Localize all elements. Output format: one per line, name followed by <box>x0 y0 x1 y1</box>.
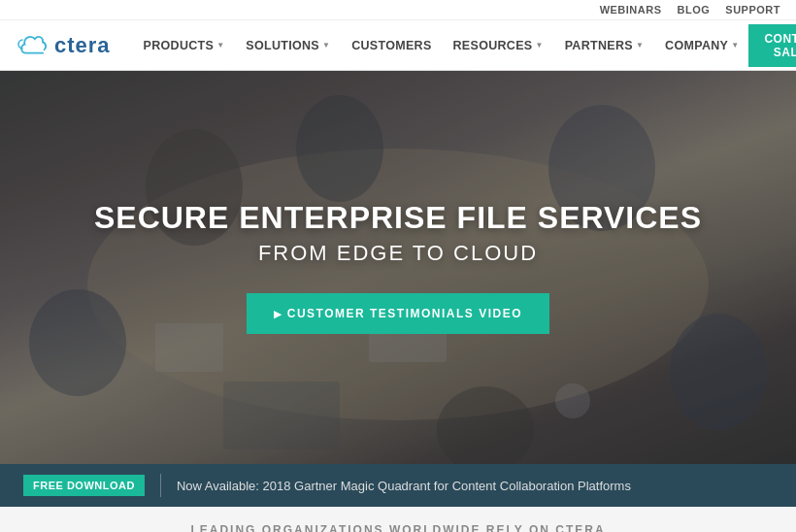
nav-item-company[interactable]: COMPANY▼ <box>655 20 748 71</box>
chevron-down-icon: ▼ <box>535 41 543 50</box>
nav-links: PRODUCTS▼ SOLUTIONS▼ CUSTOMERS RESOURCES… <box>134 20 749 71</box>
banner-badge: FREE DOWNLOAD <box>23 475 145 496</box>
nav-item-resources[interactable]: RESOURCES▼ <box>444 20 553 71</box>
banner-text: Now Available: 2018 Gartner Magic Quadra… <box>177 479 631 493</box>
chevron-down-icon: ▼ <box>322 41 330 50</box>
support-link[interactable]: SUPPORT <box>725 4 780 16</box>
cta-button[interactable]: CUSTOMER TESTIMONIALS VIDEO <box>247 293 549 334</box>
hero-content: SECURE ENTERPRISE FILE SERVICES FROM EDG… <box>94 201 702 334</box>
banner: FREE DOWNLOAD Now Available: 2018 Gartne… <box>0 464 796 507</box>
main-nav: ctera PRODUCTS▼ SOLUTIONS▼ CUSTOMERS RES… <box>0 20 796 71</box>
blog-link[interactable]: BLOG <box>678 4 711 16</box>
hero-title: SECURE ENTERPRISE FILE SERVICES <box>94 201 702 235</box>
chevron-down-icon: ▼ <box>216 41 224 50</box>
hero-subtitle: FROM EDGE TO CLOUD <box>94 241 702 266</box>
chevron-down-icon: ▼ <box>636 41 644 50</box>
nav-item-solutions[interactable]: SOLUTIONS▼ <box>236 20 340 71</box>
logo-text: ctera <box>54 33 111 58</box>
hero-section: SECURE ENTERPRISE FILE SERVICES FROM EDG… <box>0 71 796 464</box>
webinars-link[interactable]: WEBINARS <box>600 4 662 16</box>
logo[interactable]: ctera <box>16 32 111 59</box>
nav-right: CONTACT SALES 🔍 <box>748 24 796 67</box>
banner-divider <box>160 474 161 497</box>
contact-sales-button[interactable]: CONTACT SALES <box>748 24 796 67</box>
footer-section: LEADING ORGANIZATIONS WORLDWIDE RELY ON … <box>0 507 796 532</box>
nav-item-products[interactable]: PRODUCTS▼ <box>134 20 235 71</box>
top-bar: WEBINARS BLOG SUPPORT <box>0 0 796 20</box>
footer-tagline: LEADING ORGANIZATIONS WORLDWIDE RELY ON … <box>190 523 605 533</box>
nav-item-partners[interactable]: PARTNERS▼ <box>555 20 653 71</box>
chevron-down-icon: ▼ <box>731 41 739 50</box>
nav-item-customers[interactable]: CUSTOMERS <box>342 20 441 71</box>
